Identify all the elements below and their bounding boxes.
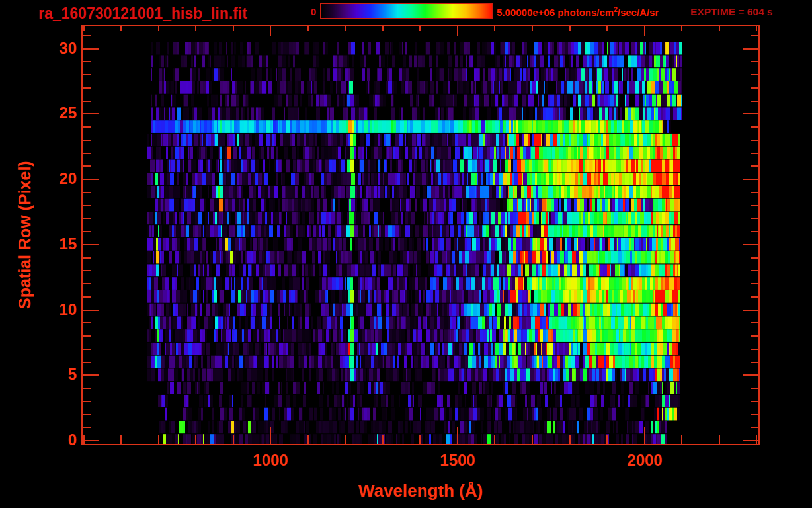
- y-minor-tick: [83, 388, 91, 389]
- x-minor-tick-top: [195, 26, 196, 31]
- y-minor-tick: [83, 401, 91, 402]
- colorbar-units: photons/cm: [555, 7, 614, 18]
- x-minor-tick-top: [158, 26, 159, 31]
- y-minor-tick-right: [751, 388, 758, 389]
- y-major-tick: [83, 244, 99, 245]
- y-minor-tick-right: [751, 35, 758, 36]
- x-minor-tick-top: [120, 26, 122, 31]
- y-tick-label: 15: [33, 235, 77, 253]
- y-minor-tick: [83, 126, 91, 128]
- x-axis-title: Wavelength (Å): [288, 481, 553, 501]
- x-minor-tick: [606, 435, 608, 444]
- y-minor-tick-right: [751, 362, 758, 363]
- x-minor-tick: [120, 435, 122, 444]
- y-minor-tick: [83, 414, 91, 415]
- x-minor-tick-top: [345, 26, 346, 31]
- y-minor-tick-right: [751, 205, 758, 206]
- y-minor-tick-right: [751, 401, 758, 402]
- y-tick-label: 0: [33, 431, 77, 449]
- y-minor-tick: [83, 283, 91, 284]
- x-minor-tick-top: [681, 26, 682, 31]
- y-minor-tick-right: [751, 283, 758, 284]
- y-major-tick-right: [743, 179, 758, 180]
- plot-frame: [81, 25, 760, 445]
- y-tick-label: 5: [33, 365, 77, 384]
- y-minor-tick-right: [751, 349, 758, 350]
- file-title: ra_160730121001_hisb_lin.fit: [38, 5, 247, 22]
- y-tick-label: 20: [33, 169, 77, 188]
- y-minor-tick: [83, 87, 91, 89]
- y-minor-tick: [83, 296, 91, 298]
- y-minor-tick-right: [751, 218, 758, 219]
- y-major-tick: [83, 113, 99, 114]
- x-minor-tick-top: [494, 26, 495, 31]
- y-minor-tick: [83, 270, 91, 271]
- y-minor-tick: [83, 205, 91, 206]
- y-minor-tick-right: [751, 335, 758, 337]
- x-minor-tick: [307, 435, 309, 444]
- y-major-tick-right: [743, 244, 758, 245]
- y-major-tick-right: [743, 48, 758, 50]
- y-minor-tick: [83, 140, 91, 141]
- x-minor-tick-top: [307, 26, 309, 31]
- x-minor-tick-top: [719, 26, 720, 31]
- y-minor-tick-right: [751, 165, 758, 167]
- y-major-tick-right: [743, 310, 758, 311]
- y-major-tick-right: [743, 374, 758, 376]
- x-minor-tick: [532, 435, 533, 444]
- x-minor-tick-top: [569, 26, 571, 31]
- y-minor-tick: [83, 61, 91, 62]
- y-minor-tick: [83, 362, 91, 363]
- y-minor-tick-right: [751, 126, 758, 128]
- x-tick-label: 2000: [598, 451, 691, 470]
- y-minor-tick-right: [751, 192, 758, 193]
- x-tick-label: 1000: [224, 451, 317, 470]
- y-minor-tick-right: [751, 231, 758, 232]
- y-minor-tick-right: [751, 322, 758, 323]
- y-minor-tick: [83, 192, 91, 193]
- y-minor-tick: [83, 74, 91, 75]
- y-minor-tick: [83, 349, 91, 350]
- y-tick-label: 25: [33, 104, 77, 122]
- x-minor-tick-top: [233, 26, 234, 31]
- colorbar-max-label: 5.00000e+06 photons/cm2/sec/A/sr: [497, 6, 659, 18]
- x-minor-tick: [419, 435, 421, 444]
- colorbar-min-label: 0: [291, 6, 316, 17]
- y-major-tick: [83, 374, 99, 376]
- y-major-tick-right: [743, 113, 758, 114]
- colorbar: [320, 3, 493, 19]
- y-major-tick-right: [743, 440, 758, 441]
- y-major-tick: [83, 310, 99, 311]
- y-tick-label: 10: [33, 300, 77, 319]
- x-major-tick-top: [644, 26, 645, 36]
- x-major-tick-top: [270, 26, 271, 36]
- colorbar-max-value: 5.00000e+06: [497, 7, 555, 18]
- y-axis-title: Spatial Row (Pixel): [13, 36, 36, 433]
- x-minor-tick-top: [382, 26, 384, 31]
- y-tick-label: 30: [33, 39, 77, 58]
- y-minor-tick: [83, 231, 91, 232]
- y-minor-tick-right: [751, 270, 758, 271]
- x-major-tick: [644, 427, 645, 444]
- x-minor-tick: [195, 435, 196, 444]
- x-major-tick: [270, 427, 271, 444]
- x-minor-tick: [158, 435, 159, 444]
- y-minor-tick: [83, 153, 91, 154]
- colorbar-units-post: /sec/A/sr: [618, 7, 659, 18]
- y-minor-tick-right: [751, 153, 758, 154]
- y-major-tick: [83, 48, 99, 50]
- x-tick-label: 1500: [411, 451, 504, 470]
- y-minor-tick-right: [751, 414, 758, 415]
- y-minor-tick-right: [751, 74, 758, 75]
- x-minor-tick-top: [606, 26, 608, 31]
- y-minor-tick: [83, 218, 91, 219]
- x-minor-tick: [494, 435, 495, 444]
- y-minor-tick-right: [751, 101, 758, 102]
- x-minor-tick-top: [83, 26, 85, 31]
- y-minor-tick-right: [751, 140, 758, 141]
- y-minor-tick-right: [751, 296, 758, 298]
- x-minor-tick: [233, 435, 234, 444]
- x-minor-tick: [719, 435, 720, 444]
- x-major-tick: [457, 427, 458, 444]
- y-minor-tick: [83, 257, 91, 259]
